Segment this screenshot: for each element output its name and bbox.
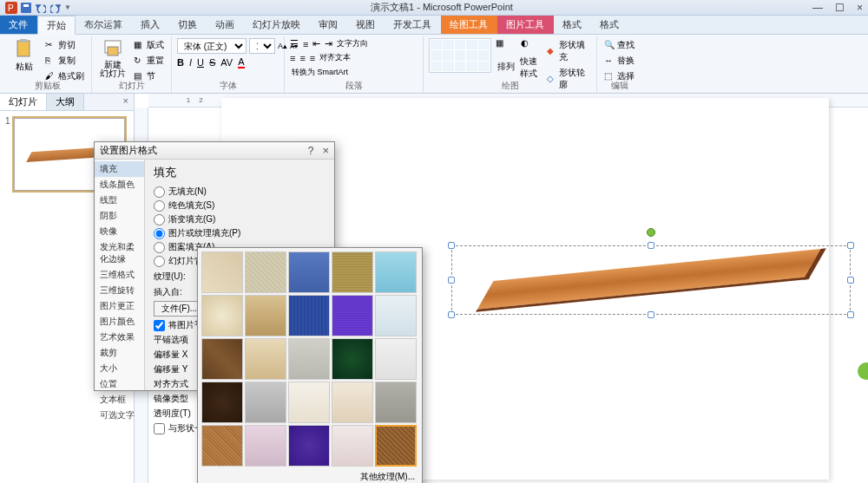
- layout-button[interactable]: ▦版式: [132, 38, 166, 52]
- sidebar-item-line-style[interactable]: 线型: [95, 193, 144, 208]
- tab-developer[interactable]: 开发工具: [385, 16, 441, 34]
- paste-button[interactable]: 粘贴: [9, 38, 40, 80]
- tab-animation[interactable]: 动画: [207, 16, 244, 34]
- texture-parchment[interactable]: [288, 382, 330, 423]
- sidebar-item-art-effects[interactable]: 艺术效果: [95, 330, 144, 345]
- align-right-icon[interactable]: ≡: [310, 53, 315, 63]
- cut-button[interactable]: ✂剪切: [43, 38, 86, 52]
- panel-close-button[interactable]: ×: [118, 94, 134, 110]
- find-button[interactable]: 🔍查找: [602, 38, 636, 52]
- replace-button[interactable]: ↔替换: [602, 54, 636, 68]
- texture-oak[interactable]: [375, 425, 417, 467]
- minimize-button[interactable]: —: [812, 2, 823, 14]
- tab-review[interactable]: 审阅: [310, 16, 347, 34]
- texture-fish-fossil[interactable]: [245, 295, 286, 336]
- resize-handle-n[interactable]: [648, 242, 654, 249]
- shadow-button[interactable]: AV: [220, 57, 233, 68]
- texture-sand[interactable]: [245, 338, 286, 380]
- dialog-close-button[interactable]: ×: [322, 144, 329, 157]
- sidebar-item-position[interactable]: 位置: [95, 376, 144, 392]
- tab-home[interactable]: 开始: [37, 16, 76, 35]
- tab-file[interactable]: 文件: [0, 16, 37, 34]
- dialog-titlebar[interactable]: 设置图片格式 ? ×: [95, 142, 334, 160]
- texture-medium-wood[interactable]: [332, 425, 373, 467]
- qat-dropdown-icon[interactable]: ▼: [64, 3, 71, 11]
- sidebar-item-glow[interactable]: 发光和柔化边缘: [95, 239, 144, 267]
- smartart-button[interactable]: 转换为 SmartArt: [290, 66, 350, 79]
- bold-button[interactable]: B: [177, 57, 184, 68]
- shapes-gallery[interactable]: [429, 38, 491, 73]
- texture-water-droplets[interactable]: [375, 251, 417, 293]
- texture-pink-tissue-paper[interactable]: [332, 382, 373, 423]
- sidebar-item-3d-format[interactable]: 三维格式: [95, 267, 144, 283]
- texture-newsprint[interactable]: [288, 338, 330, 380]
- sidebar-item-line-color[interactable]: 线条颜色: [95, 177, 144, 193]
- tab-boolean[interactable]: 布尔运算: [76, 16, 132, 34]
- align-text-button[interactable]: 对齐文本: [319, 52, 351, 63]
- undo-icon[interactable]: [35, 2, 47, 14]
- resize-handle-w[interactable]: [448, 277, 455, 284]
- radio-no-fill[interactable]: 无填充(N): [154, 186, 326, 198]
- texture-cork[interactable]: [201, 425, 243, 467]
- sidebar-item-textbox[interactable]: 文本框: [95, 392, 144, 408]
- texture-white-marble[interactable]: [375, 295, 417, 336]
- sidebar-item-fill[interactable]: 填充: [95, 161, 144, 177]
- texture-granite[interactable]: [245, 382, 286, 423]
- resize-handle-nw[interactable]: [448, 242, 455, 249]
- indent-dec-icon[interactable]: ⇤: [312, 38, 320, 49]
- align-left-icon[interactable]: ≡: [290, 53, 295, 63]
- texture-canvas[interactable]: [245, 251, 286, 293]
- shape-fill-button[interactable]: ◆形状填充: [545, 38, 591, 64]
- texture-paper-bag[interactable]: [201, 295, 243, 336]
- texture-bouquet[interactable]: [288, 425, 330, 467]
- tab-drawing-tools[interactable]: 绘图工具: [441, 16, 497, 34]
- texture-grey[interactable]: [375, 382, 417, 423]
- tab-format1[interactable]: 格式: [554, 16, 591, 34]
- resize-handle-s[interactable]: [648, 311, 654, 318]
- arrange-button[interactable]: ▦排列: [495, 38, 516, 80]
- sidebar-item-alt-text[interactable]: 可选文字: [95, 408, 144, 423]
- resize-handle-e[interactable]: [847, 277, 854, 284]
- rotate-handle[interactable]: [647, 228, 655, 237]
- dialog-help-button[interactable]: ?: [308, 145, 314, 157]
- strike-button[interactable]: S: [209, 57, 215, 68]
- sidebar-item-crop[interactable]: 裁剪: [95, 345, 144, 361]
- texture-woven-mat[interactable]: [332, 251, 373, 293]
- texture-green-marble[interactable]: [332, 338, 373, 380]
- texture-denim[interactable]: [288, 251, 330, 293]
- radio-gradient-fill[interactable]: 渐变填充(G): [154, 213, 326, 225]
- wood-plank-object[interactable]: [451, 245, 851, 315]
- tab-view[interactable]: 视图: [347, 16, 385, 34]
- sidebar-item-pic-color[interactable]: 图片颜色: [95, 314, 144, 330]
- sidebar-item-pic-correction[interactable]: 图片更正: [95, 298, 144, 314]
- sidebar-item-shadow[interactable]: 阴影: [95, 208, 144, 224]
- tab-picture-tools[interactable]: 图片工具: [497, 16, 554, 34]
- texture-stationery[interactable]: [375, 338, 417, 380]
- panel-tab-slides[interactable]: 幻灯片: [0, 94, 47, 110]
- sidebar-item-size[interactable]: 大小: [95, 361, 144, 376]
- bullets-icon[interactable]: ☰: [290, 38, 299, 49]
- new-slide-button[interactable]: 新建 幻灯片: [97, 38, 128, 80]
- tab-transition[interactable]: 切换: [169, 16, 207, 34]
- texture-recycled-paper[interactable]: [201, 338, 243, 380]
- indent-inc-icon[interactable]: ⇥: [325, 38, 332, 49]
- font-color-button[interactable]: A: [238, 56, 244, 69]
- tab-insert[interactable]: 插入: [132, 16, 169, 34]
- texture-brown-marble[interactable]: [201, 382, 243, 423]
- quick-styles-button[interactable]: ◐快速样式: [520, 38, 542, 80]
- sidebar-item-3d-rotation[interactable]: 三维旋转: [95, 283, 144, 298]
- resize-handle-se[interactable]: [847, 311, 854, 318]
- font-size-select[interactable]: 18: [249, 38, 275, 54]
- maximize-button[interactable]: ☐: [835, 2, 845, 14]
- save-icon[interactable]: [20, 2, 32, 14]
- texture-walnut[interactable]: [245, 425, 286, 467]
- font-name-select[interactable]: 宋体 (正文): [177, 38, 247, 54]
- radio-solid-fill[interactable]: 纯色填充(S): [154, 199, 326, 212]
- resize-handle-sw[interactable]: [448, 311, 455, 318]
- numbering-icon[interactable]: ≡: [303, 39, 308, 49]
- italic-button[interactable]: I: [189, 57, 192, 68]
- copy-button[interactable]: ⎘复制: [43, 54, 86, 68]
- sidebar-item-reflection[interactable]: 映像: [95, 224, 144, 239]
- redo-icon[interactable]: [49, 2, 62, 14]
- more-textures-link[interactable]: 其他纹理(M)...: [201, 469, 418, 483]
